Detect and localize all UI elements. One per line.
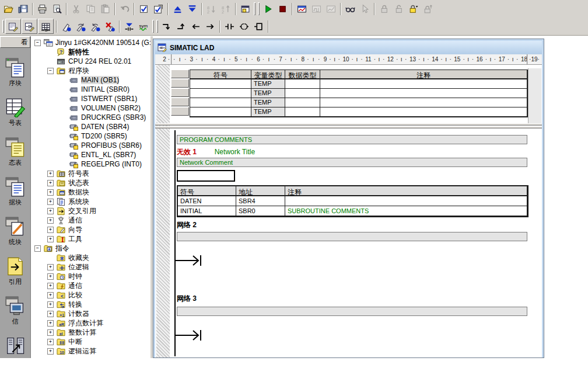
tree-expander-expand[interactable]: + [47,301,54,308]
var-type-cell[interactable]: TEMP [251,107,285,117]
save-button[interactable] [16,2,30,16]
tree-row[interactable]: −程序块 [31,66,150,75]
tree-expander-expand[interactable]: + [47,320,54,327]
tree-row[interactable]: −指令 [31,244,150,253]
copy-button[interactable] [83,2,98,16]
tree-row[interactable]: TD200 (SBR5) [31,131,150,141]
tree-row[interactable]: +±I整数计算 [31,328,150,337]
tree-row[interactable]: +<比较 [31,290,150,300]
var-datatype-cell[interactable] [285,98,320,107]
tree-expander-expand[interactable]: + [47,227,54,233]
tree-row[interactable]: DATEN (SBR4) [31,122,150,131]
tree-row[interactable]: +时钟 [31,272,150,281]
paste-button[interactable] [98,2,113,16]
tree-expander-expand[interactable]: + [47,348,54,355]
tree-row[interactable]: +位逻辑 [31,262,150,272]
tree-expander-collapse[interactable]: − [47,68,54,74]
stop-button[interactable] [275,2,290,16]
tree-row[interactable]: MAIN (OB1) [31,75,150,85]
view-table-button[interactable] [38,19,54,34]
tree-expander-expand[interactable]: + [47,292,54,298]
view-lad-button[interactable] [5,19,21,34]
var-comment-cell[interactable] [320,107,527,117]
tree-expander-collapse[interactable]: − [34,40,41,46]
symbolic-addressing-button[interactable]: sym [136,19,151,33]
glasses-button[interactable] [343,2,358,16]
tree-expander-expand[interactable]: + [47,171,54,177]
tree-expander-expand[interactable]: + [47,208,54,214]
network-1-comment-bar[interactable]: Network Comment [177,158,527,167]
insert-branch-up-button[interactable] [74,19,88,33]
var-type-cell[interactable]: TEMP [251,98,285,107]
comment-cell[interactable] [285,196,527,206]
tree-row[interactable]: +向导 [31,225,150,234]
tree-row[interactable]: +工具 [31,234,150,244]
print-preview-button[interactable] [50,2,64,16]
row-header[interactable] [171,88,189,97]
cut-button[interactable] [69,2,83,16]
view-symbols-button[interactable] [22,19,37,34]
line-right-button[interactable] [203,19,218,33]
contact-button[interactable] [222,19,237,33]
tree-row[interactable]: ++1计数器 [31,309,150,318]
tree-row[interactable]: 收藏夹 [31,253,150,262]
network-2-comment-bar[interactable] [177,232,527,241]
compile-button[interactable] [136,2,151,16]
address-toggle-button[interactable] [122,19,136,33]
lock-button-2[interactable] [391,2,406,16]
sidebar-item-view-status-chart[interactable]: 态表 [0,137,30,167]
network-1-header[interactable]: 无效 1 Network Title [177,147,255,156]
tree-expander-expand[interactable]: + [47,273,54,280]
pane-splitter[interactable] [155,123,542,126]
sort-ascending-button[interactable]: 82 [204,2,219,16]
tree-expander-expand[interactable]: + [47,189,54,196]
var-type-cell[interactable]: TEMP [251,89,285,98]
address-cell[interactable]: SBR4 [236,196,285,206]
tree-expander-expand[interactable]: + [47,236,54,242]
sidebar-item-view-program-block[interactable]: 序块 [0,58,30,88]
tree-row[interactable]: +10逻辑运算 [31,346,150,356]
tree-expander-expand[interactable]: + [47,283,54,289]
row-header[interactable] [171,98,189,106]
sidebar-item-view-pg-pc-interface[interactable]: /PC 接口 [0,336,30,358]
network-3-label[interactable]: 网络 3 [177,294,197,304]
var-symbol-cell[interactable] [190,107,251,117]
lad-window-titlebar[interactable]: SIMATIC LAD [155,41,542,54]
var-comment-cell[interactable] [320,79,527,89]
var-datatype-cell[interactable] [285,79,320,89]
var-comment-cell[interactable] [320,89,527,98]
tree-row[interactable]: +数据块 [31,188,150,197]
coil-button[interactable] [237,19,251,33]
pause-status-button[interactable] [309,2,324,16]
undo-button[interactable] [117,2,132,16]
box-button[interactable] [251,19,266,33]
tree-row[interactable]: +系统块 [31,197,150,206]
options-button[interactable] [238,2,253,16]
tree-row[interactable]: +通信 [31,216,150,225]
delete-branch-button[interactable] [103,19,117,33]
sort-descending-button[interactable]: 82 [219,2,233,16]
upload-button[interactable] [170,2,185,16]
sidebar-item-view-communications[interactable]: 信 [0,296,30,326]
open-button[interactable] [1,2,16,16]
network-2-label[interactable]: 网络 2 [177,220,197,230]
variable-table-scrollbar[interactable] [528,68,541,124]
print-button[interactable] [35,2,50,16]
tree-expander-expand[interactable]: + [47,339,54,345]
network-2-open-branch-arrow[interactable] [174,254,206,267]
symbol-cell[interactable]: INITIAL [178,206,236,216]
tree-row[interactable]: ENTL_KL (SBR7) [31,150,150,159]
sidebar-item-view-cross-reference[interactable]: 引用 [0,256,30,286]
lock-button-1[interactable] [377,2,391,16]
sidebar-item-view-system-block[interactable]: 统块 [0,217,30,247]
var-comment-cell[interactable] [320,98,527,107]
tree-row[interactable]: +符号表 [31,169,150,178]
tree-row[interactable]: +±R浮点数计算 [31,318,150,328]
tree-expander-expand[interactable]: + [47,217,54,224]
tree-row[interactable]: INITIAL (SBR0) [31,85,150,94]
tree-row[interactable]: DRUCKREG (SBR3) [31,113,150,122]
tree-row[interactable]: −Jinyu 1#GK420NM 190514 (G:\xg [31,38,150,47]
var-type-cell[interactable]: TEMP [251,79,285,89]
tree-row[interactable]: REGELPRG (INT0) [31,159,150,169]
network-3-open-branch-arrow[interactable] [174,329,206,342]
